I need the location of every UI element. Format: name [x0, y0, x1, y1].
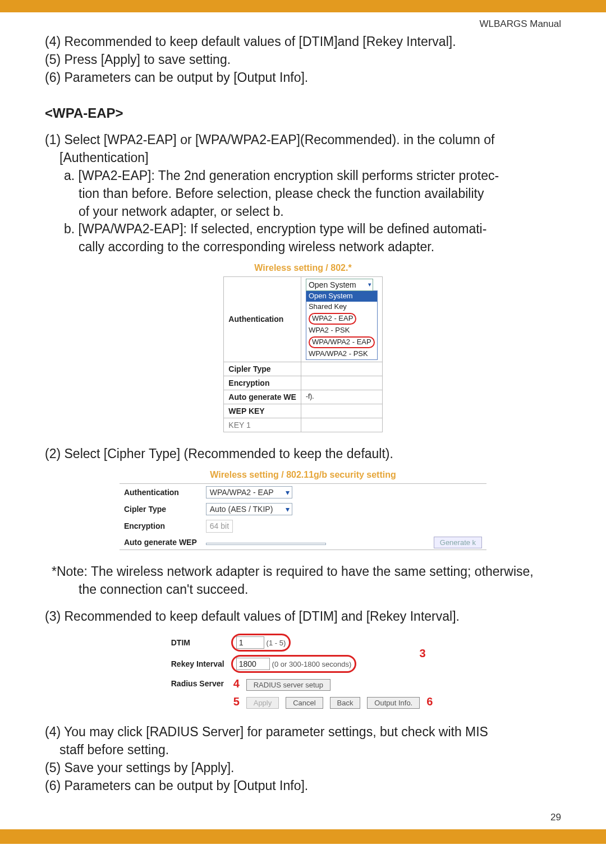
step1-a2: tion than before. Before selection, plea…: [45, 186, 561, 202]
fig1-auth-label: Authentication: [224, 276, 301, 362]
fig3-dtim-label: DTIM: [168, 632, 228, 653]
fig3-radius-label: Radius Server: [168, 675, 228, 692]
tail-4b: staff before setting.: [45, 742, 561, 759]
tail-block: (4) You may click [RADIUS Server] for pa…: [45, 724, 561, 795]
note-line1: *Note: The wireless network adapter is r…: [45, 564, 561, 580]
step1-block: (1) Select [WPA2-EAP] or [WPA/WPA2-EAP](…: [45, 132, 561, 256]
opt-wpa-wpa2-eap[interactable]: WPA/WPA2 - EAP: [306, 336, 377, 349]
rekey-input[interactable]: 1800: [236, 658, 270, 670]
fig2-auth-value: WPA/WPA2 - EAP: [210, 488, 274, 497]
highlight-wpa2-eap: WPA2 - EAP: [309, 313, 356, 325]
top-orange-bar: [0, 0, 606, 12]
tail-6: (6) Parameters can be output by [Output …: [45, 778, 561, 795]
page-number: 29: [45, 811, 561, 824]
step1-line2: [Authentication]: [45, 150, 561, 167]
chevron-down-icon: ▾: [286, 504, 290, 514]
note-line2: the connection can't succeed.: [45, 581, 561, 598]
step3-block: (3) Recommended to keep default values o…: [45, 608, 561, 625]
intro-4: (4) Recommended to keep default values o…: [45, 34, 561, 50]
opt-wpa-wpa2-psk[interactable]: WPA/WPA2 - PSK: [306, 349, 377, 359]
bottom-orange-bar: [0, 832, 606, 844]
highlight-wpa-wpa2-eap: WPA/WPA2 - EAP: [309, 336, 375, 348]
chevron-down-icon: ▾: [368, 280, 371, 288]
fig2-enc-label: Encryption: [120, 518, 201, 534]
section-heading-wpa-eap: <WPA-EAP>: [45, 104, 561, 122]
fig2-auth-select[interactable]: WPA/WPA2 - EAP▾: [206, 486, 292, 498]
step1-a3: of your network adapter, or select b.: [45, 204, 561, 220]
intro-5: (5) Press [Apply] to save setting.: [45, 52, 561, 68]
dtim-range: (1 - 5): [267, 639, 286, 647]
fig2-auth-label: Authentication: [120, 484, 201, 501]
opt-shared-key[interactable]: Shared Key: [306, 302, 377, 312]
fig2-cipher-label: Cipler Type: [120, 501, 201, 518]
step1-b2: cally according to the corresponding wir…: [45, 239, 561, 256]
callout-4: 4: [231, 677, 242, 690]
fig1-autogen-label: Auto generate WE: [224, 390, 301, 404]
fig2-autogen-label: Auto generate WEP: [120, 535, 201, 550]
page-body: WLBARGS Manual (4) Recommended to keep d…: [0, 12, 606, 829]
output-info-button[interactable]: Output Info.: [367, 697, 420, 709]
opt-wpa2-eap[interactable]: WPA2 - EAP: [306, 312, 377, 325]
step3-text: (3) Recommended to keep default values o…: [45, 608, 561, 625]
fig1-title: Wireless setting / 802.*: [45, 262, 561, 274]
intro-list: (4) Recommended to keep default values o…: [45, 34, 561, 86]
fig1-auth-dropdown[interactable]: Open System Shared Key WPA2 - EAP WPA2 -…: [306, 290, 378, 359]
rekey-range: (0 or 300-1800 seconds): [272, 660, 352, 668]
figure-dtim-rekey: DTIM 1 (1 - 5) 3 Rekey Interval 1800: [45, 632, 561, 715]
fig1-key1-label: KEY 1: [224, 418, 301, 432]
fig2-cipher-select[interactable]: Auto (AES / TKIP)▾: [206, 503, 292, 515]
callout-6: 6: [424, 695, 435, 708]
callout-3: 3: [417, 647, 428, 659]
step1-b1: b. [WPA/WPA2-EAP]: If selected, encrypti…: [45, 221, 561, 238]
fig1-suffix: -f).: [301, 390, 382, 404]
step1-a1: a. [WPA2-EAP]: The 2nd generation encryp…: [45, 168, 561, 184]
fig2-enc-select: 64 bit: [206, 520, 233, 532]
apply-button[interactable]: Apply: [246, 697, 279, 709]
manual-title: WLBARGS Manual: [45, 18, 561, 30]
chevron-down-icon: ▾: [286, 487, 290, 497]
figure-auth-dropdown: Wireless setting / 802.* Authentication …: [45, 262, 561, 437]
highlight-rekey-row: 1800 (0 or 300-1800 seconds): [231, 655, 357, 673]
fig3-rekey-label: Rekey Interval: [168, 653, 228, 675]
step2-block: (2) Select [Cipher Type] (Recommended to…: [45, 446, 561, 463]
opt-wpa2-psk[interactable]: WPA2 - PSK: [306, 325, 377, 336]
radius-setup-button[interactable]: RADIUS server setup: [246, 679, 330, 691]
fig2-title: Wireless setting / 802.11g/b security se…: [45, 469, 561, 481]
step2-text: (2) Select [Cipher Type] (Recommended to…: [45, 446, 561, 463]
intro-6: (6) Parameters can be output by [Output …: [45, 70, 561, 86]
fig1-auth-select[interactable]: Open System ▾: [306, 279, 373, 291]
generate-button[interactable]: Generate k: [434, 537, 482, 548]
back-button[interactable]: Back: [330, 697, 361, 709]
fig1-enc-label: Encryption: [224, 376, 301, 390]
tail-4a: (4) You may click [RADIUS Server] for pa…: [45, 724, 561, 741]
step1-line1: (1) Select [WPA2-EAP] or [WPA/WPA2-EAP](…: [45, 132, 561, 149]
opt-open-system[interactable]: Open System: [306, 291, 377, 302]
cancel-button[interactable]: Cancel: [286, 697, 323, 709]
fig1-cipher-label: Cipler Type: [224, 362, 301, 376]
fig1-auth-value: Open System: [309, 280, 356, 289]
fig2-cipher-value: Auto (AES / TKIP): [210, 505, 273, 514]
highlight-dtim-row: 1 (1 - 5): [231, 634, 291, 652]
fig1-wepkey-label: WEP KEY: [224, 404, 301, 418]
dtim-input[interactable]: 1: [236, 636, 264, 649]
tail-5: (5) Save your settings by [Apply].: [45, 760, 561, 777]
note-block: *Note: The wireless network adapter is r…: [45, 564, 561, 598]
figure-cipher-type: Wireless setting / 802.11g/b security se…: [45, 469, 561, 555]
fig2-autogen-input[interactable]: [206, 543, 326, 545]
callout-5: 5: [231, 695, 242, 708]
